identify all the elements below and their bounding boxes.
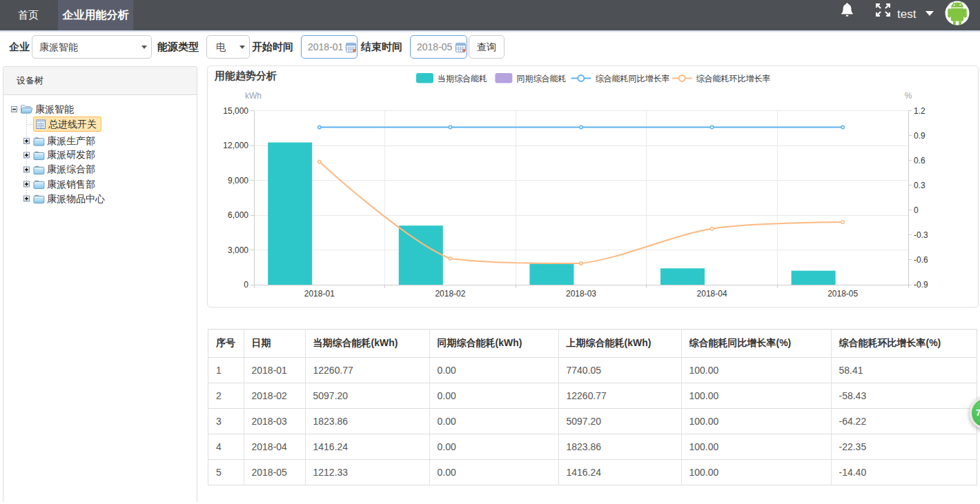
svg-text:2018-02: 2018-02 (435, 289, 465, 299)
svg-text:0: 0 (244, 280, 248, 290)
svg-text:kWh: kWh (245, 91, 262, 101)
svg-text:0: 0 (914, 205, 919, 215)
svg-text:0.6: 0.6 (914, 156, 925, 165)
svg-text:15,000: 15,000 (223, 106, 248, 116)
svg-text:-0.3: -0.3 (914, 230, 928, 240)
svg-text:9,000: 9,000 (228, 176, 248, 185)
svg-text:2018-03: 2018-03 (566, 289, 596, 299)
svg-text:综合能耗同比增长率: 综合能耗同比增长率 (596, 74, 670, 83)
svg-text:6,000: 6,000 (228, 210, 248, 220)
svg-text:2018-01: 2018-01 (304, 289, 335, 299)
svg-text:12,000: 12,000 (223, 141, 248, 150)
svg-text:1.2: 1.2 (914, 106, 925, 116)
svg-text:0.3: 0.3 (914, 181, 925, 190)
svg-text:3,000: 3,000 (228, 245, 248, 255)
svg-text:同期综合能耗: 同期综合能耗 (517, 74, 567, 83)
svg-text:当期综合能耗: 当期综合能耗 (438, 74, 487, 83)
svg-text:-0.9: -0.9 (914, 280, 928, 290)
svg-text:2018-05: 2018-05 (827, 289, 858, 299)
svg-text:%: % (905, 91, 912, 101)
svg-text:综合能耗环比增长率: 综合能耗环比增长率 (696, 74, 771, 83)
svg-text:0.9: 0.9 (914, 131, 925, 141)
svg-text:-0.6: -0.6 (914, 255, 928, 265)
svg-text:2018-04: 2018-04 (697, 289, 727, 299)
